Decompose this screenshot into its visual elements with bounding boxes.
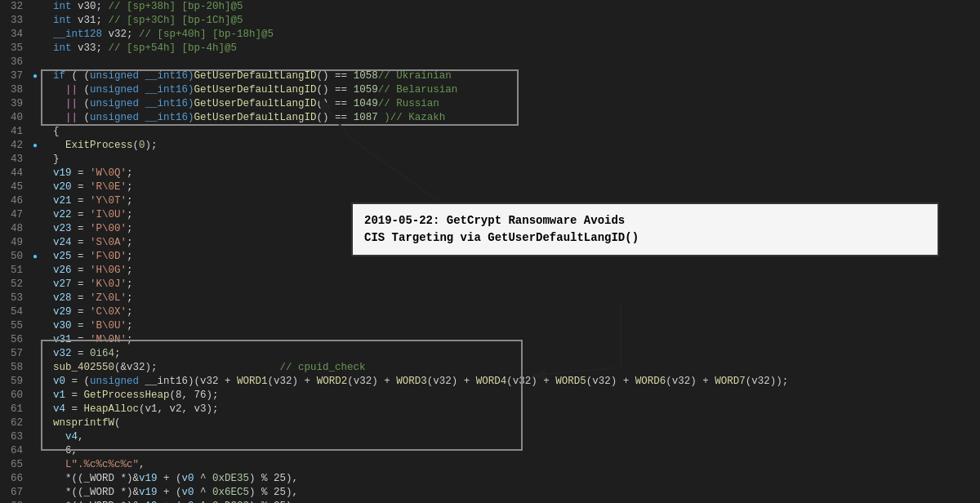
code-segment: 'P\00' [90, 223, 127, 234]
line-number: 51 [0, 264, 29, 278]
code-segment: WORD5 [555, 376, 586, 387]
code-line: 54 v29 = 'C\0X'; [0, 305, 980, 319]
line-number: 66 [0, 472, 29, 486]
line-number: 47 [0, 208, 29, 222]
code-segment: HeapAlloc [84, 403, 140, 415]
code-segment: wnsprintfW [53, 417, 114, 429]
code-text: v27 = 'K\0J'; [41, 278, 980, 292]
code-segment: 'K\0J' [90, 278, 127, 290]
code-segment: // Russian [378, 98, 439, 109]
code-line: 38 || (unsigned __int16)GetUserDefaultLa… [0, 83, 980, 97]
code-segment: __int16) [139, 112, 194, 123]
code-segment: __int16) [139, 70, 194, 82]
code-segment: v24 [53, 237, 72, 248]
code-segment: v30 [53, 320, 72, 332]
code-text: v30 = 'B\0U'; [41, 319, 980, 333]
code-line: 56 v31 = 'M\0N'; [0, 333, 980, 347]
code-line: 65 L".%c%c%c%c", [0, 458, 980, 472]
line-number: 32 [0, 0, 29, 14]
code-text: wnsprintfW( [41, 416, 980, 430]
code-segment: v0 [182, 487, 194, 498]
code-segment: 'F\0D' [90, 251, 127, 262]
code-segment: // Belarusian [378, 84, 458, 96]
code-segment: v28 [53, 292, 72, 304]
code-line: 32 int v30; // [sp+38h] [bp-20h]@5 [0, 0, 980, 14]
code-text: v4, [41, 430, 980, 444]
code-segment: v27 [53, 278, 72, 290]
code-segment: 'Y\0T' [90, 195, 127, 207]
line-number: 55 [0, 319, 29, 333]
code-segment: WORD2 [317, 376, 348, 387]
code-segment: 'M\0N' [90, 334, 127, 345]
code-line: 36 [0, 56, 980, 69]
code-segment: 'W\0Q' [90, 167, 127, 179]
code-segment: 'Z\0L' [90, 292, 127, 304]
line-number: 64 [0, 444, 29, 458]
code-text: v31 = 'M\0N'; [41, 333, 980, 347]
code-segment: ExitProcess [65, 140, 133, 151]
code-line: 64 6, [0, 444, 980, 458]
code-segment: GetUserDefaultLangID [194, 112, 317, 123]
line-number: 38 [0, 83, 29, 97]
line-number: 40 [0, 111, 29, 125]
code-segment: unsigned [90, 112, 139, 123]
code-segment: 1049 [354, 98, 378, 109]
line-number: 48 [0, 222, 29, 236]
code-segment: 0 [139, 140, 145, 151]
code-segment: v20 [53, 181, 72, 193]
code-text: v29 = 'C\0X'; [41, 305, 980, 319]
line-number: 62 [0, 416, 29, 430]
code-text: v19 = 'W\0Q'; [41, 167, 980, 180]
code-text: v4 = HeapAlloc(v1, v2, v3); [41, 403, 980, 416]
code-text: *((_WORD *)&v19 + (v0 ^ 0xDE35) % 25), [41, 472, 980, 486]
code-segment: || [65, 98, 78, 109]
breakpoint-dot: ● [29, 139, 41, 153]
code-text: ExitProcess(0); [41, 139, 980, 153]
line-number: 49 [0, 236, 29, 250]
line-number: 36 [0, 56, 29, 69]
line-number: 60 [0, 389, 29, 403]
code-line: 41 { [0, 125, 980, 139]
line-number: 41 [0, 125, 29, 139]
code-text: { [41, 125, 980, 139]
code-segment: 'S\0A' [90, 237, 127, 248]
code-line: 33 int v31; // [sp+3Ch] [bp-1Ch]@5 [0, 14, 980, 28]
code-text: || (unsigned __int16)GetUserDefaultLangI… [41, 111, 980, 125]
line-number: 54 [0, 305, 29, 319]
code-line: 60 v1 = GetProcessHeap(8, 76); [0, 389, 980, 403]
code-segment: 1087 [354, 112, 378, 123]
line-number: 33 [0, 14, 29, 28]
code-text: } [41, 153, 980, 167]
code-segment: __int16) [139, 84, 194, 96]
code-text: || (unsigned __int16)GetUserDefaultLangI… [41, 83, 980, 97]
line-number: 57 [0, 347, 29, 361]
code-segment: 0i64 [90, 348, 114, 359]
line-number: 42 [0, 139, 29, 153]
line-number: 56 [0, 333, 29, 347]
code-segment: v22 [53, 209, 72, 220]
code-segment: v19 [139, 473, 158, 484]
code-line: 43 } [0, 153, 980, 167]
line-number: 58 [0, 361, 29, 375]
code-segment: WORD1 [237, 376, 268, 387]
line-number: 59 [0, 375, 29, 389]
code-text: v28 = 'Z\0L'; [41, 292, 980, 305]
code-segment: L".%c%c%c%c" [65, 459, 139, 470]
code-segment: GetUserDefaultLangID [194, 70, 317, 82]
code-segment: __int16) [139, 98, 194, 109]
code-segment: unsigned [90, 376, 139, 387]
line-number: 52 [0, 278, 29, 292]
code-segment: )// Kazakh [378, 112, 446, 123]
line-number: 50 [0, 250, 29, 264]
code-line: 55 v30 = 'B\0U'; [0, 319, 980, 333]
code-segment: v4 [65, 431, 78, 443]
code-segment: WORD7 [715, 376, 746, 387]
code-text: __int128 v32; // [sp+40h] [bp-18h]@5 [41, 28, 980, 42]
code-segment: if [53, 70, 65, 82]
code-segment: GetUserDefaultLangID [194, 84, 317, 96]
code-text: int v30; // [sp+38h] [bp-20h]@5 [41, 0, 980, 14]
line-number: 61 [0, 403, 29, 416]
code-text: sub_402550(&v32); // cpuid_check [41, 361, 980, 375]
code-line: 40 || (unsigned __int16)GetUserDefaultLa… [0, 111, 980, 125]
code-segment: GetProcessHeap [84, 389, 170, 401]
